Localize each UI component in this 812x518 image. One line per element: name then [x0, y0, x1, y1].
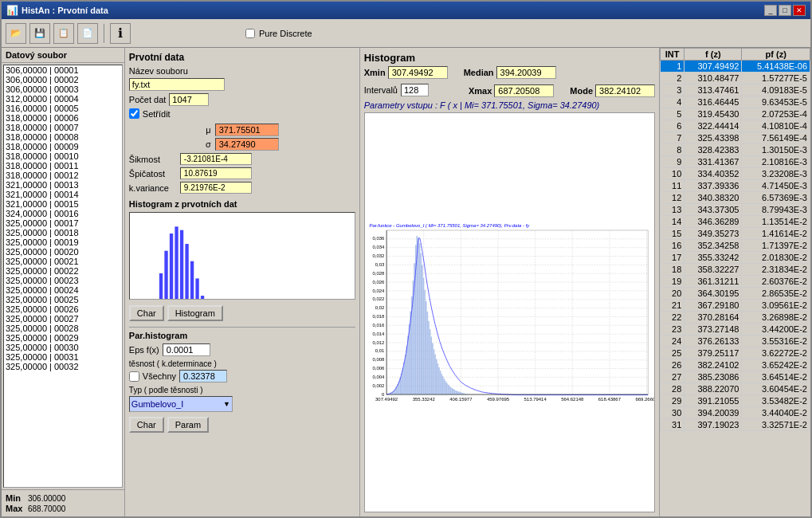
cell-int: 17 [661, 252, 685, 264]
table-row[interactable]: 20364.301952.86535E-2 [661, 288, 810, 300]
info-button[interactable]: ℹ [110, 23, 131, 44]
table-row[interactable]: 28388.220703.60454E-2 [661, 383, 810, 395]
table-scroll[interactable]: INT f (z) pf (z) 1307.494925.41438E-0623… [660, 48, 810, 516]
svg-rect-119 [441, 374, 442, 394]
data-list-item[interactable]: 325,00000 | 00021 [4, 257, 122, 266]
table-row[interactable]: 27385.230863.64514E-2 [661, 371, 810, 383]
table-row[interactable]: 4316.464459.63453E-5 [661, 96, 810, 108]
svg-text:0,006: 0,006 [372, 366, 385, 371]
table-row[interactable]: 29391.210553.53482E-2 [661, 395, 810, 407]
data-list-item[interactable]: 318,00000 | 00006 [4, 113, 122, 123]
table-row[interactable]: 14346.362891.13514E-2 [661, 216, 810, 228]
count-row: Počet dat 1047 [129, 93, 355, 106]
histogram-button[interactable]: Histogram [167, 305, 223, 321]
table-row[interactable]: 3313.474614.09183E-5 [661, 84, 810, 96]
chart-title: Histogram [364, 52, 655, 64]
data-list-item[interactable]: 318,00000 | 00008 [4, 132, 122, 142]
data-list-item[interactable]: 325,00000 | 00027 [4, 314, 122, 324]
table-row[interactable]: 21367.291803.09561E-2 [661, 300, 810, 312]
table-row[interactable]: 23373.271483.44200E-2 [661, 324, 810, 336]
open-button[interactable]: 📂 [6, 23, 26, 44]
table-row[interactable]: 31397.190233.32571E-2 [661, 419, 810, 431]
data-list-item[interactable]: 318,00000 | 00007 [4, 123, 122, 132]
data-list-item[interactable]: 316,00000 | 00005 [4, 104, 122, 113]
char-button-1[interactable]: Char [129, 305, 164, 321]
data-list-item[interactable]: 325,00000 | 00032 [4, 362, 122, 371]
vsechny-checkbox[interactable] [129, 371, 139, 382]
table-row[interactable]: 9331.413672.10816E-3 [661, 156, 810, 168]
data-list-item[interactable]: 325,00000 | 00030 [4, 343, 122, 352]
table-row[interactable]: 1307.494925.41438E-06 [661, 61, 810, 73]
table-row[interactable]: 5319.454302.07253E-4 [661, 108, 810, 120]
data-list-item[interactable]: 325,00000 | 00026 [4, 304, 122, 314]
close-button[interactable]: ✕ [793, 5, 806, 16]
cell-fz: 394.20039 [685, 407, 742, 419]
svg-text:0,008: 0,008 [372, 357, 385, 362]
table-row[interactable]: 13343.373058.79943E-3 [661, 204, 810, 216]
data-list-item[interactable]: 325,00000 | 00017 [4, 218, 122, 228]
data-list-item[interactable]: 325,00000 | 00018 [4, 228, 122, 237]
svg-rect-114 [434, 355, 436, 394]
pure-discrete-checkbox[interactable] [245, 29, 255, 38]
data-list-item[interactable]: 321,00000 | 00014 [4, 190, 122, 199]
cell-int: 12 [661, 192, 685, 204]
svg-rect-14 [201, 296, 204, 300]
param-button[interactable]: Param [167, 417, 209, 433]
data-list-item[interactable]: 321,00000 | 00015 [4, 199, 122, 209]
cell-pfz: 3.23208E-3 [742, 168, 810, 180]
table-row[interactable]: 25379.251173.62272E-2 [661, 347, 810, 359]
table-row[interactable]: 15349.352731.41614E-2 [661, 228, 810, 240]
maximize-button[interactable]: □ [779, 5, 791, 16]
table-row[interactable]: 6322.444144.10810E-4 [661, 120, 810, 132]
table-row[interactable]: 11337.393364.71450E-3 [661, 180, 810, 192]
data-list-item[interactable]: 318,00000 | 00011 [4, 161, 122, 171]
typ-dropdown[interactable]: Gumbelovo_I ▼ [129, 396, 233, 412]
table-row[interactable]: 12340.383206.57369E-3 [661, 192, 810, 204]
table-row[interactable]: 8328.423831.30150E-3 [661, 144, 810, 156]
data-list-item[interactable]: 325,00000 | 00028 [4, 324, 122, 333]
data-list-item[interactable]: 324,00000 | 00016 [4, 209, 122, 218]
minimize-button[interactable]: _ [764, 5, 777, 16]
data-list-item[interactable]: 318,00000 | 00009 [4, 142, 122, 151]
table-row[interactable]: 24376.261333.55316E-2 [661, 336, 810, 347]
table-row[interactable]: 26382.241023.65242E-2 [661, 359, 810, 371]
table-row[interactable]: 2310.484771.57277E-5 [661, 73, 810, 84]
table-row[interactable]: 18358.322272.31834E-2 [661, 264, 810, 276]
cell-int: 30 [661, 407, 685, 419]
data-list-item[interactable]: 325,00000 | 00024 [4, 285, 122, 295]
intervals-value[interactable]: 128 [401, 84, 429, 96]
file-name-field[interactable]: fy.txt [129, 78, 225, 91]
table-row[interactable]: 7325.433987.56149E-4 [661, 132, 810, 144]
page-button[interactable]: 📄 [77, 23, 98, 44]
table-row[interactable]: 10334.403523.23208E-3 [661, 168, 810, 180]
table-row[interactable]: 17355.332422.01830E-2 [661, 252, 810, 264]
cell-int: 20 [661, 288, 685, 300]
data-list-item[interactable]: 318,00000 | 00012 [4, 171, 122, 180]
data-list-item[interactable]: 318,00000 | 00010 [4, 151, 122, 161]
svg-rect-116 [437, 363, 438, 394]
data-list-item[interactable]: 325,00000 | 00019 [4, 237, 122, 247]
data-list-item[interactable]: 325,00000 | 00029 [4, 333, 122, 343]
cell-pfz: 5.41438E-06 [742, 61, 810, 73]
data-list-item[interactable]: 325,00000 | 00031 [4, 352, 122, 362]
data-list-item[interactable]: 325,00000 | 00025 [4, 295, 122, 304]
table-row[interactable]: 16352.342581.71397E-2 [661, 240, 810, 252]
char-button-2[interactable]: Char [129, 417, 164, 433]
sort-checkbox[interactable] [129, 108, 139, 119]
save-button[interactable]: 💾 [29, 23, 50, 44]
cell-pfz: 3.60454E-2 [742, 383, 810, 395]
data-list-item[interactable]: 306,00000 | 00003 [4, 84, 122, 94]
svg-text:0,032: 0,032 [372, 253, 385, 258]
data-list-item[interactable]: 306,00000 | 00001 [4, 65, 122, 75]
data-list-item[interactable]: 325,00000 | 00020 [4, 247, 122, 257]
data-list-item[interactable]: 306,00000 | 00002 [4, 75, 122, 84]
data-list-item[interactable]: 312,00000 | 00004 [4, 94, 122, 104]
table-row[interactable]: 22370.281643.26898E-2 [661, 312, 810, 324]
data-list-item[interactable]: 321,00000 | 00013 [4, 180, 122, 190]
table-row[interactable]: 30394.200393.44040E-2 [661, 407, 810, 419]
data-list-item[interactable]: 325,00000 | 00022 [4, 266, 122, 276]
data-list[interactable]: 306,00000 | 00001306,00000 | 00002306,00… [3, 65, 123, 488]
data-list-item[interactable]: 325,00000 | 00023 [4, 276, 122, 285]
table-row[interactable]: 19361.312112.60376E-2 [661, 276, 810, 288]
copy-button[interactable]: 📋 [53, 23, 74, 44]
